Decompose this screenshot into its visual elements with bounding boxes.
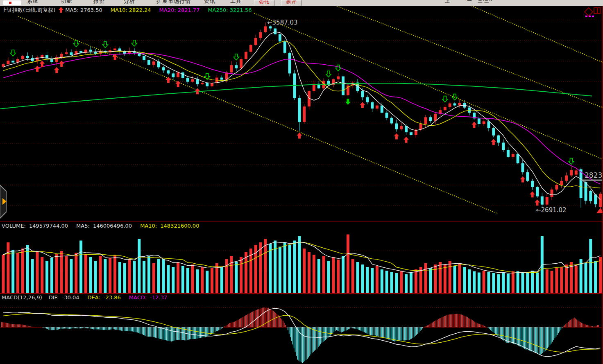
buy-signal-arrow: [297, 133, 302, 139]
sell-signal-arrow: [73, 41, 79, 47]
buy-signal-arrow: [535, 199, 540, 206]
menu-fragment-3: 三·三··: [478, 0, 492, 5]
volume-ma-lines: [3, 242, 601, 273]
corner-icons: [585, 8, 600, 17]
buy-signal-arrow: [35, 66, 40, 72]
buy-signal-arrow: [360, 102, 365, 108]
window-icon[interactable]: [594, 8, 600, 14]
menu-bar: 系统功能报价分析扩展市场行情资讯工具 委托 测评 上一三·三··: [0, 0, 603, 6]
symbol-title: 上证指数(日线.前复权): [2, 7, 55, 13]
menu-item-5[interactable]: 扩展市场行情: [156, 0, 191, 5]
menu-item-7[interactable]: 工具: [230, 0, 242, 5]
buy-signal-arrow: [195, 88, 200, 94]
app-logo-icon[interactable]: [3, 0, 21, 5]
magenta-dots-icon: [585, 16, 594, 17]
sell-signal-arrow: [10, 50, 16, 56]
volume-pane-header: VOLUME: 149579744.00MA5: 146006496.00MA1…: [2, 223, 202, 229]
red-up-arrow-icon: [59, 7, 63, 14]
low-price-annotation: ←2691.02: [536, 206, 567, 214]
chart-canvas[interactable]: ←3587.03 ←2691.02 2823: [0, 0, 603, 364]
macd-title: MACD(12,26,9): [2, 294, 42, 301]
diamond-icon[interactable]: [585, 8, 593, 16]
sell-signal-arrow-filled: [345, 99, 351, 105]
toolbar-red-button-1[interactable]: 委托: [254, 0, 274, 6]
price-pane-header: 上证指数(日线.前复权)MA5:2763.50MA10:2822.24MA20:…: [2, 7, 255, 14]
buy-signal-arrow: [54, 67, 59, 73]
macd-pane-header: MACD(12,26,9)DIF: -30.04DEA: -23.86MACD:…: [2, 294, 170, 301]
menu-item-2[interactable]: 功能: [61, 0, 72, 5]
toolbar-red-button-2-label: 测评: [281, 0, 301, 5]
sell-signal-arrow: [569, 158, 574, 164]
peak-price-annotation: ←3587.03: [267, 19, 298, 26]
buy-signal-arrow: [530, 191, 535, 197]
buy-signal-arrow: [394, 133, 399, 140]
macd-lines: [3, 308, 601, 357]
toolbar-red-button-2[interactable]: 测评: [281, 0, 302, 6]
volume-bars: [2, 235, 602, 293]
menu-item-4[interactable]: 分析: [124, 0, 135, 5]
panel-expand-tab[interactable]: [0, 185, 7, 218]
menu-fragment-2: 一: [467, 0, 472, 5]
candlesticks: [2, 23, 602, 211]
last-price-tag: 2823: [585, 171, 602, 179]
tdx-trading-app-window: 系统功能报价分析扩展市场行情资讯工具 委托 测评 上一三·三·· ←3587.0…: [0, 0, 603, 364]
menu-item-1[interactable]: 系统: [27, 0, 39, 5]
toolbar-red-button-1-label: 委托: [254, 0, 274, 5]
menu-item-6[interactable]: 资讯: [204, 0, 215, 5]
sell-signal-arrow: [442, 96, 448, 102]
trendlines: [18, 6, 603, 214]
buy-signal-arrow: [39, 61, 45, 67]
price-ma-lines: [3, 32, 601, 200]
menu-item-3[interactable]: 报价: [93, 0, 105, 5]
signal-arrows: [10, 40, 603, 213]
buy-signal-arrow: [520, 176, 526, 183]
sell-signal-arrow: [336, 65, 341, 71]
buy-signal-arrow: [472, 122, 477, 128]
buy-signal-arrow: [59, 61, 64, 67]
sell-signal-arrow: [131, 40, 137, 46]
sell-signal-arrow: [233, 54, 239, 60]
buy-signal-arrow: [491, 139, 496, 145]
menu-fragment-1: 上: [445, 0, 450, 5]
chart-generated-layers: [0, 6, 603, 363]
sell-signal-arrow: [326, 71, 331, 77]
sell-signal-arrow: [102, 42, 108, 48]
buy-signal-arrow: [404, 137, 409, 143]
